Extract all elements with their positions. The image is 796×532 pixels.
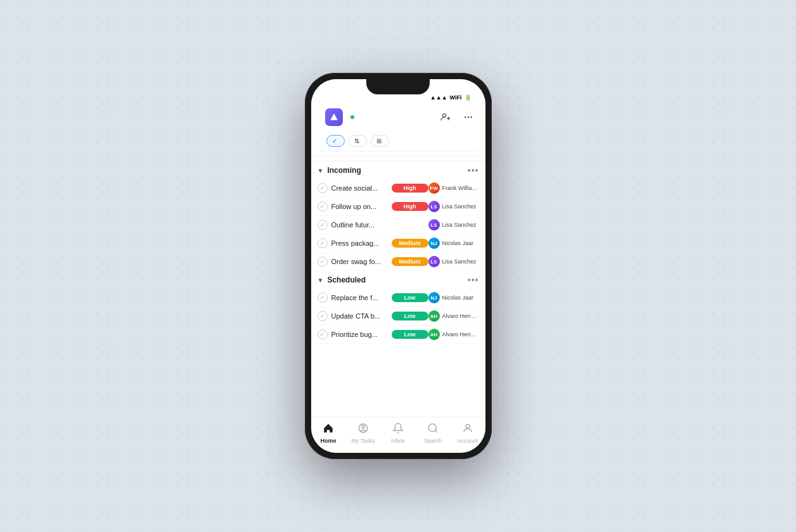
nav-icon-search — [427, 422, 439, 436]
nav-item-inbox[interactable]: Inbox — [381, 422, 416, 444]
group-title-scheduled: Scheduled — [327, 276, 467, 284]
sort-filter[interactable]: ⇅ — [349, 135, 367, 147]
svg-point-1 — [442, 114, 446, 117]
task-row[interactable]: ✓ Order swag fo... Medium LS Lisa Sanche… — [311, 253, 485, 271]
task-checkbox[interactable]: ✓ — [318, 256, 328, 267]
task-row[interactable]: ✓ Outline futur... LS Lisa Sanchez — [311, 216, 485, 234]
assignee-cell: LS Lisa Sanchez — [428, 201, 479, 212]
assignee-cell: AH Alvaro Herrera — [428, 329, 479, 340]
priority-badge: Medium — [392, 239, 428, 248]
project-icon — [325, 108, 343, 126]
filter-bar: ✓ ⇅ ⊞ — [320, 131, 477, 151]
assignee-name: Lisa Sanchez — [442, 222, 477, 228]
task-checkbox[interactable]: ✓ — [318, 183, 328, 193]
nav-icon-account — [462, 422, 473, 436]
avatar: AH — [428, 310, 440, 322]
svg-line-10 — [435, 430, 437, 432]
assignee-name: Nicolas Jaar — [442, 240, 474, 246]
group-more-scheduled[interactable]: ••• — [468, 275, 479, 285]
task-name: Follow up on... — [331, 203, 392, 210]
fields-filter[interactable]: ⊞ — [371, 135, 389, 147]
status-dot — [350, 115, 354, 119]
assignee-cell: LS Lisa Sanchez — [428, 219, 479, 231]
task-checkbox[interactable]: ✓ — [318, 311, 328, 321]
assignee-name: Frank Williams — [442, 185, 479, 191]
task-checkbox[interactable]: ✓ — [318, 293, 328, 303]
svg-point-6 — [470, 117, 472, 118]
group-title-incoming: Incoming — [327, 166, 467, 175]
nav-label-account: Account — [458, 438, 478, 444]
task-list: ▼ Incoming ••• ✓ Create social... High F… — [311, 162, 485, 417]
task-checkbox[interactable]: ✓ — [318, 238, 328, 248]
avatar: LS — [428, 219, 440, 231]
task-row[interactable]: ✓ Replace the f... Low NJ Nicolas Jaar — [311, 289, 485, 307]
group-arrow-scheduled: ▼ — [318, 277, 324, 284]
assignee-name: Lisa Sanchez — [442, 203, 477, 210]
svg-point-8 — [362, 426, 365, 429]
nav-icon-inbox — [392, 422, 404, 436]
phone-device: ▲▲▲ WiFi 🔋 — [305, 73, 492, 459]
assignee-name: Alvaro Herrera — [442, 331, 479, 338]
task-checkbox[interactable]: ✓ — [318, 220, 328, 230]
sort-icon: ⇅ — [354, 137, 359, 144]
avatar: LS — [428, 201, 440, 212]
project-info — [348, 115, 432, 119]
nav-icon-home — [323, 422, 334, 436]
avatar: FW — [428, 182, 440, 194]
task-name: Create social... — [331, 184, 392, 192]
group-arrow-incoming: ▼ — [318, 167, 324, 174]
svg-marker-0 — [330, 113, 338, 120]
assignee-name: Alvaro Herrera — [442, 313, 479, 319]
nav-item-home[interactable]: Home — [311, 422, 346, 444]
svg-point-5 — [467, 117, 469, 118]
svg-point-4 — [465, 117, 466, 118]
nav-item-my-tasks[interactable]: My Tasks — [346, 422, 381, 444]
task-name: Prioritize bug... — [331, 331, 392, 338]
header: ✓ ⇅ ⊞ — [311, 103, 485, 156]
nav-label-my-tasks: My Tasks — [351, 438, 375, 444]
nav-label-search: Search — [424, 438, 442, 444]
nav-icon-my-tasks — [357, 422, 369, 436]
assignee-cell: NJ Nicolas Jaar — [428, 292, 479, 303]
add-user-button[interactable] — [437, 109, 454, 125]
assignee-cell: FW Frank Williams — [428, 182, 479, 194]
task-row[interactable]: ✓ Update CTA b... Low AH Alvaro Herrera — [311, 307, 485, 326]
task-name: Press packag... — [331, 239, 392, 247]
task-name: Outline futur... — [331, 221, 392, 229]
project-subtitle — [348, 115, 432, 119]
phone-screen: ▲▲▲ WiFi 🔋 — [311, 79, 485, 453]
nav-item-search[interactable]: Search — [416, 422, 451, 444]
task-checkbox[interactable]: ✓ — [318, 329, 328, 339]
task-row[interactable]: ✓ Create social... High FW Frank William… — [311, 179, 485, 198]
incomplete-tasks-filter[interactable]: ✓ — [326, 135, 345, 147]
task-row[interactable]: ✓ Press packag... Medium NJ Nicolas Jaar — [311, 234, 485, 253]
priority-badge: High — [392, 202, 428, 211]
avatar: NJ — [428, 238, 440, 249]
task-name: Update CTA b... — [331, 312, 392, 320]
priority-badge: High — [392, 184, 428, 193]
priority-badge: Low — [392, 312, 428, 320]
task-row[interactable]: ✓ Follow up on... High LS Lisa Sanchez — [311, 198, 485, 216]
avatar: AH — [428, 329, 440, 340]
priority-badge: Medium — [392, 257, 428, 266]
group-more-incoming[interactable]: ••• — [468, 165, 479, 175]
assignee-name: Nicolas Jaar — [442, 294, 474, 301]
nav-label-home: Home — [320, 438, 336, 444]
check-icon: ✓ — [332, 137, 337, 144]
priority-badge: Low — [392, 293, 428, 302]
header-actions — [437, 109, 477, 125]
assignee-cell: LS Lisa Sanchez — [428, 256, 479, 267]
svg-point-9 — [428, 424, 436, 431]
group-header-scheduled[interactable]: ▼ Scheduled ••• — [311, 271, 485, 289]
task-row[interactable]: ✓ Prioritize bug... Low AH Alvaro Herrer… — [311, 326, 485, 344]
priority-badge: Low — [392, 330, 428, 339]
status-icons: ▲▲▲ WiFi 🔋 — [430, 94, 472, 101]
fields-icon: ⊞ — [376, 137, 382, 144]
group-header-incoming[interactable]: ▼ Incoming ••• — [311, 162, 485, 179]
bottom-nav: Home My Tasks Inbox Search Account — [311, 417, 485, 453]
task-checkbox[interactable]: ✓ — [318, 201, 328, 212]
more-options-button[interactable] — [460, 109, 477, 125]
avatar: NJ — [428, 292, 440, 303]
nav-item-account[interactable]: Account — [451, 422, 485, 444]
column-headers — [311, 156, 485, 162]
